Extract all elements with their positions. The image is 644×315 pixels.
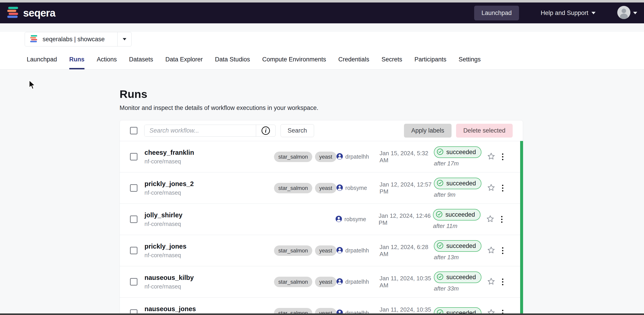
search-button[interactable]: Search <box>280 124 314 137</box>
tab-settings[interactable]: Settings <box>458 56 481 69</box>
row-menu-button[interactable] <box>498 153 507 160</box>
run-pipeline: nf-core/rnaseq <box>144 283 274 290</box>
table-row: jolly_shirley nf-core/rnaseq robsyme Jan… <box>120 203 523 235</box>
run-date: Jan 12, 2024, 12:57 PM <box>380 181 434 195</box>
run-link[interactable]: nauseous_kilby nf-core/rnaseq <box>144 274 274 290</box>
run-link[interactable]: prickly_jones nf-core/rnaseq <box>144 243 274 258</box>
tab-data-explorer[interactable]: Data Explorer <box>165 56 203 69</box>
kebab-icon <box>502 159 504 160</box>
row-checkbox[interactable] <box>130 247 138 254</box>
star-button[interactable] <box>483 215 497 224</box>
run-user: drpatelhh <box>336 153 380 160</box>
run-duration: after 11m <box>433 222 483 230</box>
status-badge: succeeded <box>434 178 482 189</box>
tab-secrets[interactable]: Secrets <box>382 56 402 69</box>
chevron-down-icon <box>592 12 596 14</box>
kebab-icon <box>502 278 504 280</box>
run-pipeline: nf-core/rnaseq <box>144 189 274 196</box>
label-pill[interactable]: star_salmon <box>274 152 312 162</box>
workspace-selector-current[interactable]: seqeralabs | showcase <box>25 32 117 46</box>
row-menu-button[interactable] <box>498 247 507 254</box>
status-label: succeeded <box>446 180 476 187</box>
table-row: prickly_jones nf-core/rnaseq star_salmon… <box>120 235 523 266</box>
status-badge: succeeded <box>434 146 482 158</box>
label-pill[interactable]: yeast <box>315 277 336 287</box>
run-status: succeeded after 9m <box>434 178 484 198</box>
run-user: drpatelhh <box>336 247 380 254</box>
run-labels: star_salmonyeast <box>274 183 336 193</box>
row-menu-button[interactable] <box>497 216 506 223</box>
label-pill[interactable]: star_salmon <box>274 277 312 287</box>
run-link[interactable]: cheesy_franklin nf-core/rnaseq <box>144 149 274 165</box>
status-badge: succeeded <box>434 240 482 252</box>
status-label: succeeded <box>446 242 476 249</box>
window-chrome-strip <box>0 313 644 315</box>
nav-launchpad-button[interactable]: Launchpad <box>474 6 519 21</box>
run-status: succeeded after 11m <box>433 209 483 230</box>
tab-compute-environments[interactable]: Compute Environments <box>262 56 326 69</box>
run-link[interactable]: jolly_shirley nf-core/rnaseq <box>144 211 274 227</box>
search-info-button[interactable]: i <box>256 125 275 136</box>
star-icon <box>487 277 495 286</box>
row-checkbox[interactable] <box>130 153 138 160</box>
star-button[interactable] <box>484 184 498 193</box>
main-content: Runs Monitor and inspect the details of … <box>120 88 523 315</box>
run-name: cheesy_franklin <box>144 149 274 156</box>
apply-labels-button[interactable]: Apply labels <box>404 124 452 138</box>
label-pill[interactable]: yeast <box>315 152 336 162</box>
star-icon <box>487 184 495 193</box>
run-name: prickly_jones_2 <box>144 180 274 188</box>
select-all-checkbox[interactable] <box>130 127 138 134</box>
delete-selected-button[interactable]: Delete selected <box>456 124 513 138</box>
table-row: prickly_jones_2 nf-core/rnaseq star_salm… <box>120 172 523 203</box>
search-input[interactable] <box>144 125 256 136</box>
run-date: Jan 15, 2024, 5:32 AM <box>380 150 434 164</box>
tab-launchpad[interactable]: Launchpad <box>27 56 57 69</box>
user-icon <box>336 247 343 254</box>
star-button[interactable] <box>484 277 498 286</box>
workspace-selector[interactable]: seqeralabs | showcase <box>25 32 132 47</box>
run-labels: star_salmonyeast <box>274 152 336 162</box>
run-user: drpatelhh <box>336 278 380 285</box>
help-and-support-menu[interactable]: Help and Support <box>541 10 596 17</box>
user-name: drpatelhh <box>345 278 369 285</box>
kebab-icon <box>502 187 504 189</box>
help-and-support-label: Help and Support <box>541 10 588 17</box>
page-title: Runs <box>120 88 523 100</box>
window-chrome-strip <box>0 0 644 3</box>
tab-participants[interactable]: Participants <box>414 56 446 69</box>
user-icon <box>336 153 343 160</box>
tab-datasets[interactable]: Datasets <box>129 56 153 69</box>
star-button[interactable] <box>484 152 498 161</box>
run-labels: star_salmonyeast <box>274 245 336 256</box>
brand[interactable]: seqera <box>7 6 55 20</box>
tab-actions[interactable]: Actions <box>97 56 117 69</box>
kebab-icon <box>501 219 502 220</box>
search-group: i <box>144 125 276 137</box>
tab-data-studios[interactable]: Data Studios <box>215 56 250 69</box>
status-label: succeeded <box>446 274 476 281</box>
user-menu[interactable] <box>617 6 637 20</box>
tab-runs[interactable]: Runs <box>69 56 85 69</box>
row-checkbox[interactable] <box>130 215 138 223</box>
row-menu-button[interactable] <box>498 278 507 285</box>
row-menu-button[interactable] <box>498 185 507 191</box>
user-name: robsyme <box>345 185 367 191</box>
run-link[interactable]: prickly_jones_2 nf-core/rnaseq <box>144 180 274 196</box>
tab-credentials[interactable]: Credentials <box>338 56 369 69</box>
label-pill[interactable]: star_salmon <box>274 245 312 256</box>
runs-table-card: i Search Apply labels Delete selected ch… <box>120 120 523 315</box>
label-pill[interactable]: yeast <box>315 183 336 193</box>
label-pill[interactable]: yeast <box>315 245 336 256</box>
workspace-selector-dropdown-button[interactable] <box>117 32 131 46</box>
run-user: robsyme <box>336 184 380 192</box>
kebab-icon <box>502 247 504 249</box>
avatar <box>617 6 630 20</box>
row-checkbox[interactable] <box>130 278 138 285</box>
run-pipeline: nf-core/rnaseq <box>144 252 274 258</box>
star-button[interactable] <box>484 246 498 255</box>
row-checkbox[interactable] <box>130 184 138 192</box>
status-badge: succeeded <box>434 271 482 283</box>
table-row: nauseous_kilby nf-core/rnaseq star_salmo… <box>120 266 523 297</box>
label-pill[interactable]: star_salmon <box>274 183 312 193</box>
